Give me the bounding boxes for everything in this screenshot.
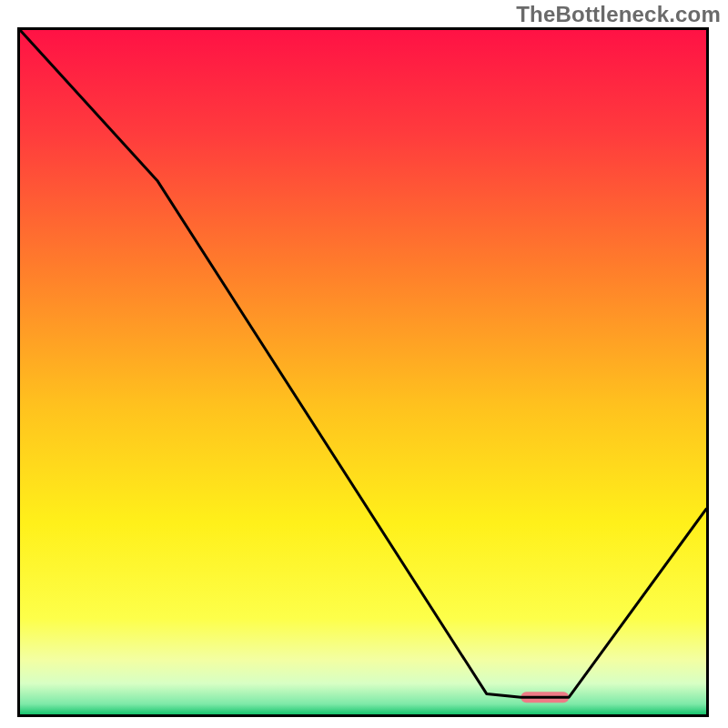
chart-svg [20, 30, 706, 714]
watermark-text: TheBottleneck.com [516, 2, 721, 27]
chart-gradient-bg [20, 30, 706, 714]
plot-area [17, 27, 709, 717]
chart-frame: TheBottleneck.com [0, 0, 728, 728]
